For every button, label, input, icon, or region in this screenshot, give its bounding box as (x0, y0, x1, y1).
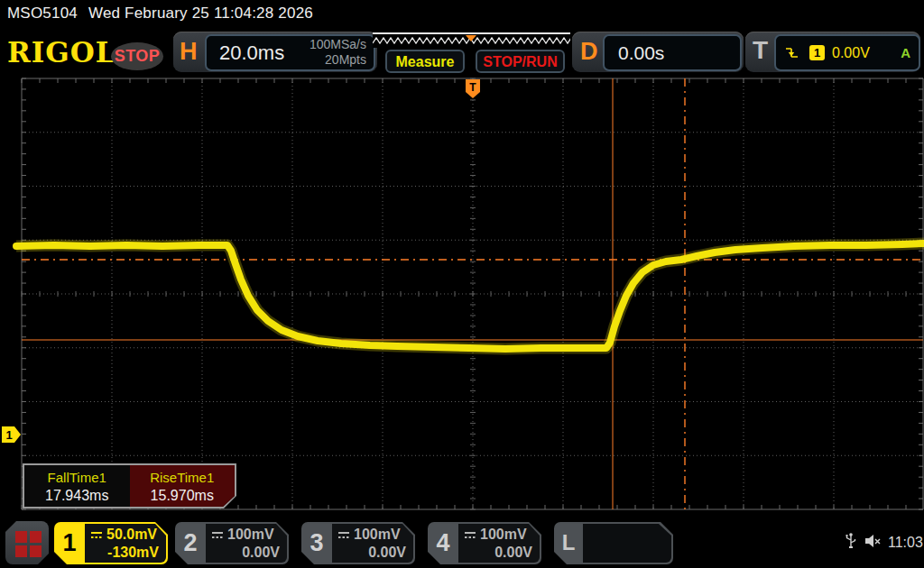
channel-4-scale: 100mV (464, 526, 532, 544)
channel-1-button[interactable]: 1 50.0mV -130mV (54, 522, 168, 564)
dc-coupling-icon (211, 531, 225, 539)
dc-coupling-icon (337, 531, 351, 539)
status-clock: 11:03 (888, 535, 923, 551)
channel-2-button[interactable]: 2 100mV 0.00V (175, 522, 289, 564)
speaker-muted-icon (864, 534, 882, 548)
dc-coupling-icon (464, 531, 477, 539)
channel-3-button[interactable]: 3 100mV 0.00V (301, 522, 415, 564)
dc-coupling-icon (90, 531, 104, 539)
channel-4-offset: 0.00V (464, 544, 532, 562)
channel-2-scale: 100mV (211, 526, 280, 544)
logic-analyzer-button[interactable]: L 0 1 2 3 4 5 6 7 8 9 1011 12131415 (554, 522, 673, 564)
channel-1-scale: 50.0mV (90, 526, 159, 544)
channel-2-offset: 0.00V (211, 544, 280, 562)
channel-3-scale: 100mV (337, 526, 406, 544)
measurement-name: RiseTime1 (130, 470, 236, 485)
menu-grid-icon (15, 531, 27, 543)
channel-marker-number: 1 (5, 428, 12, 442)
channel-1-offset: -130mV (90, 544, 159, 562)
usb-icon (845, 532, 857, 550)
measurement-item[interactable]: RiseTime1 15.970ms (130, 465, 236, 507)
measurement-item[interactable]: FallTime1 17.943ms (24, 465, 130, 507)
digital-channel-list: 0 1 2 3 4 5 6 7 8 9 1011 12131415 (583, 524, 671, 563)
function-menu-button[interactable] (5, 521, 49, 564)
channel-4-button[interactable]: 4 100mV 0.00V (428, 522, 541, 564)
measurement-value: 15.970ms (130, 488, 236, 504)
channel-3-offset: 0.00V (337, 544, 406, 562)
trigger-marker-letter: T (469, 81, 476, 94)
measurement-value: 17.943ms (24, 488, 130, 504)
measurement-name: FallTime1 (24, 470, 130, 485)
oscilloscope-screen: MSO5104Wed February 25 11:04:28 2026 RIG… (0, 0, 924, 568)
measurement-results-box[interactable]: FallTime1 17.943ms RiseTime1 15.970ms (23, 463, 236, 508)
